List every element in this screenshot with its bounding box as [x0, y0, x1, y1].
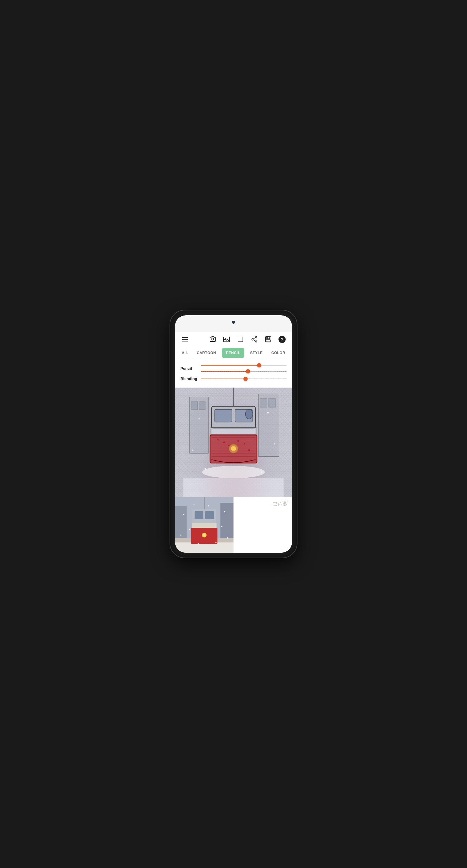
svg-point-67 — [203, 534, 206, 537]
gallery-button[interactable] — [222, 335, 231, 344]
svg-point-55 — [261, 471, 262, 472]
svg-line-7 — [253, 338, 255, 339]
tram-sketch-svg — [175, 388, 292, 507]
svg-point-76 — [227, 537, 228, 539]
svg-point-73 — [198, 543, 199, 545]
tab-pencil[interactable]: PENCIL — [222, 348, 244, 358]
svg-rect-60 — [175, 542, 233, 553]
svg-point-72 — [221, 526, 222, 527]
pencil-thumb2[interactable] — [246, 369, 250, 373]
toolbar-icons-group: ? — [208, 335, 287, 344]
svg-point-69 — [183, 514, 184, 516]
pencil-track2-dots — [201, 371, 287, 372]
save-icon — [265, 336, 272, 343]
pencil-track1[interactable] — [201, 363, 287, 367]
pencil-slider-row: Pencil — [180, 363, 287, 373]
camera-sensor — [232, 321, 235, 324]
svg-point-48 — [248, 449, 250, 451]
tab-cartoon[interactable]: CARTOON — [194, 347, 219, 359]
svg-point-77 — [208, 505, 209, 507]
tab-color[interactable]: COLOR — [268, 347, 288, 359]
svg-point-45 — [228, 444, 230, 446]
watermark-text: 그린왕 — [271, 499, 288, 508]
menu-button[interactable] — [180, 335, 189, 344]
svg-point-5 — [252, 339, 254, 340]
thumbnail-svg — [175, 497, 233, 553]
pencil-slider-container — [201, 363, 287, 373]
camera-button[interactable] — [208, 335, 217, 344]
svg-rect-11 — [266, 340, 270, 342]
svg-point-0 — [212, 338, 214, 340]
thumbnail-original[interactable] — [175, 497, 233, 553]
share-button[interactable] — [250, 335, 259, 344]
svg-point-70 — [224, 511, 225, 513]
tab-ai[interactable]: A.I. — [179, 347, 191, 359]
save-button[interactable] — [264, 335, 273, 344]
svg-point-32 — [202, 466, 265, 478]
tab-style[interactable]: STYLE — [247, 347, 265, 359]
svg-point-6 — [256, 341, 257, 342]
svg-point-74 — [215, 542, 216, 543]
toolbar: ? — [175, 332, 292, 347]
app-screen: ? A.I. CARTOON PENCIL STYLE COLOR Pencil — [175, 315, 292, 553]
svg-rect-19 — [191, 402, 198, 410]
pencil-track1-bg — [201, 365, 287, 366]
svg-rect-10 — [267, 337, 270, 339]
svg-point-53 — [273, 443, 275, 444]
thumbnail-right: 그린왕 — [233, 497, 292, 553]
svg-rect-25 — [215, 410, 232, 422]
sliders-panel: Pencil — [175, 359, 292, 388]
svg-point-78 — [194, 504, 195, 505]
svg-line-8 — [253, 340, 255, 341]
svg-rect-22 — [260, 398, 267, 407]
svg-rect-63 — [205, 511, 214, 519]
svg-point-51 — [267, 412, 269, 413]
blending-track[interactable] — [201, 377, 287, 381]
svg-point-49 — [217, 438, 218, 440]
svg-rect-62 — [195, 511, 203, 519]
svg-point-50 — [199, 418, 200, 420]
share-icon — [251, 336, 258, 343]
svg-rect-23 — [268, 398, 275, 407]
phone-frame: ? A.I. CARTOON PENCIL STYLE COLOR Pencil — [170, 310, 297, 558]
svg-point-47 — [244, 443, 245, 444]
pencil-track2[interactable] — [201, 369, 287, 373]
blending-slider-label: Blending — [180, 376, 201, 381]
blending-thumb[interactable] — [243, 377, 248, 381]
hamburger-icon — [182, 337, 188, 341]
svg-rect-20 — [199, 402, 205, 410]
blending-slider-row: Blending — [180, 376, 287, 381]
phone-screen: ? A.I. CARTOON PENCIL STYLE COLOR Pencil — [175, 315, 292, 553]
svg-point-4 — [256, 337, 257, 338]
crop-icon — [237, 336, 244, 343]
svg-rect-57 — [175, 506, 187, 541]
svg-point-75 — [180, 535, 181, 536]
help-button[interactable]: ? — [278, 335, 287, 344]
svg-point-54 — [205, 468, 206, 470]
svg-rect-64 — [192, 523, 216, 528]
thumbnail-row: 그린왕 — [175, 497, 292, 553]
svg-point-71 — [189, 529, 191, 530]
svg-point-46 — [237, 440, 239, 441]
svg-rect-58 — [220, 503, 233, 541]
gallery-icon — [223, 336, 230, 343]
svg-point-2 — [225, 338, 226, 339]
pencil-thumb1[interactable] — [257, 363, 261, 367]
blending-slider-container — [201, 377, 287, 381]
tabs-bar: A.I. CARTOON PENCIL STYLE COLOR — [175, 347, 292, 359]
camera-icon — [209, 336, 216, 343]
svg-point-31 — [231, 446, 236, 451]
crop-button[interactable] — [236, 335, 245, 344]
svg-text:?: ? — [281, 337, 284, 342]
image-area: 그린왕 — [175, 388, 292, 553]
svg-point-52 — [192, 450, 194, 451]
svg-point-44 — [223, 441, 225, 443]
help-icon: ? — [278, 336, 286, 343]
pencil-slider-label: Pencil — [180, 366, 201, 371]
svg-rect-28 — [211, 428, 256, 435]
svg-rect-3 — [238, 337, 243, 342]
